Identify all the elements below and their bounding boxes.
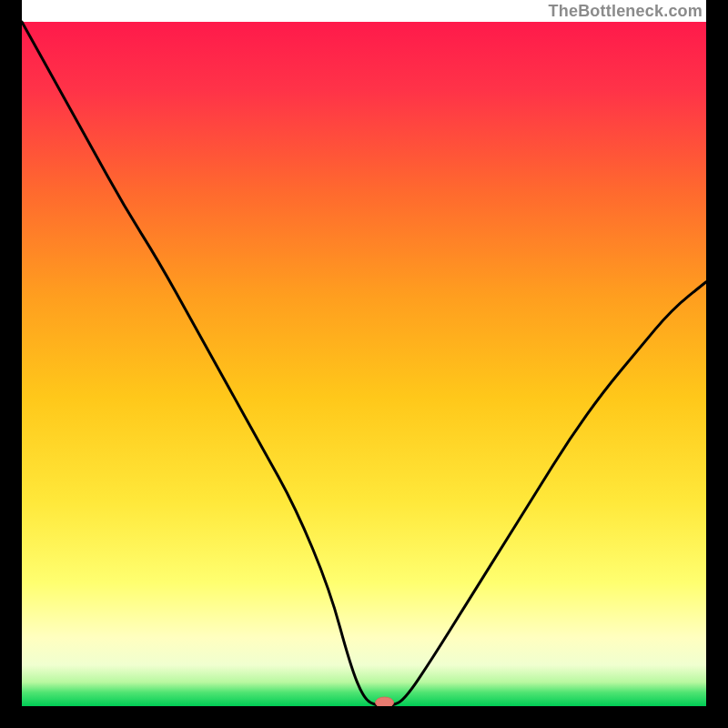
frame-bottom [0, 706, 728, 728]
watermark-text: TheBottleneck.com [549, 2, 703, 21]
bottleneck-plot [0, 0, 728, 728]
plot-background [22, 22, 706, 706]
frame-left [0, 0, 22, 728]
frame-right [706, 0, 728, 728]
chart-container: TheBottleneck.com [0, 0, 728, 728]
